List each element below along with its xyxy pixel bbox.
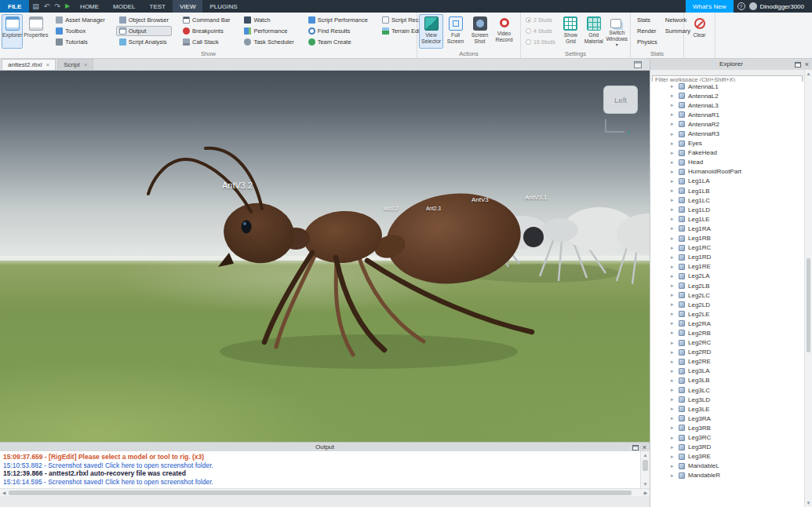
tree-row[interactable]: HumanoidRootPart <box>650 167 804 177</box>
scroll-up-icon[interactable] <box>641 451 650 459</box>
asset-manager-button[interactable]: Asset Manager <box>53 15 107 25</box>
chevron-right-icon[interactable] <box>671 119 675 129</box>
tree-row[interactable]: Head <box>650 158 804 167</box>
chevron-right-icon[interactable] <box>671 110 675 119</box>
avatar[interactable] <box>749 2 757 10</box>
3d-viewport[interactable]: AntV3.2 Ant2.2 Ant2.3 AntV3 AntV3.1 Left… <box>0 71 650 442</box>
stats-toggle-button[interactable]: Stats <box>635 15 660 25</box>
grid-material-button[interactable]: Grid Material <box>582 14 605 49</box>
tree-row[interactable]: AntennaL2 <box>650 91 804 100</box>
tree-row[interactable]: Leg3LB <box>650 376 804 385</box>
tree-row[interactable]: Leg3RA <box>650 414 804 423</box>
tree-row[interactable]: Leg2RD <box>650 348 804 357</box>
tree-row[interactable]: AntennaL3 <box>650 100 804 110</box>
menu-tab[interactable]: VIEW <box>173 0 202 13</box>
full-screen-button[interactable]: Full Screen <box>443 14 468 49</box>
chevron-right-icon[interactable] <box>671 404 675 414</box>
document-tab[interactable]: anttest2.rbxl <box>2 59 56 70</box>
task-scheduler-button[interactable]: Task Scheduler <box>241 37 297 47</box>
brown-ant-antv32[interactable] <box>148 148 532 355</box>
chevron-right-icon[interactable] <box>671 214 675 224</box>
undo-icon[interactable]: ↶ <box>44 0 50 13</box>
help-icon[interactable]: ? <box>737 2 745 10</box>
script-performance-button[interactable]: Script Performance <box>305 15 371 25</box>
dock-icon[interactable] <box>632 445 639 450</box>
chevron-right-icon[interactable] <box>671 461 675 471</box>
output-vertical-scrollbar[interactable] <box>640 451 650 488</box>
save-icon[interactable]: ▤ <box>32 0 39 13</box>
tree-row[interactable]: MandableR <box>650 471 804 480</box>
tree-row[interactable]: Leg2LB <box>650 281 804 290</box>
chevron-right-icon[interactable] <box>671 300 675 309</box>
chevron-right-icon[interactable] <box>671 471 675 480</box>
tree-row[interactable]: AntennaR3 <box>650 129 804 138</box>
chevron-right-icon[interactable] <box>671 177 675 186</box>
whats-new-button[interactable]: What's New <box>686 0 733 13</box>
chevron-right-icon[interactable] <box>671 443 675 452</box>
chevron-right-icon[interactable] <box>671 272 675 281</box>
tree-row[interactable]: Leg2RE <box>650 357 804 367</box>
chevron-right-icon[interactable] <box>671 395 675 404</box>
tree-row[interactable]: Leg2LE <box>650 309 804 319</box>
chevron-right-icon[interactable] <box>671 205 675 214</box>
tree-row[interactable]: Leg1LB <box>650 186 804 195</box>
chevron-right-icon[interactable] <box>671 224 675 233</box>
chevron-right-icon[interactable] <box>671 158 675 167</box>
tutorials-button[interactable]: Tutorials <box>53 37 107 47</box>
chevron-right-icon[interactable] <box>671 414 675 423</box>
output-button[interactable]: Output <box>116 26 172 36</box>
chevron-right-icon[interactable] <box>671 167 675 177</box>
chevron-right-icon[interactable] <box>671 357 675 367</box>
tree-row[interactable]: Leg3RD <box>650 443 804 452</box>
tree-row[interactable]: Eyes <box>650 139 804 148</box>
chevron-right-icon[interactable] <box>671 338 675 348</box>
output-message[interactable]: 15:16:14.595 - Screenshot saved! Click h… <box>3 478 640 487</box>
chevron-right-icon[interactable] <box>671 195 675 205</box>
tree-row[interactable]: MandableL <box>650 461 804 471</box>
tree-row[interactable]: Leg1LC <box>650 195 804 205</box>
username[interactable]: Dinodigger3000 <box>760 0 812 13</box>
tree-row[interactable]: Leg1RC <box>650 243 804 253</box>
chevron-right-icon[interactable] <box>671 82 675 91</box>
document-tab[interactable]: Script <box>57 59 93 70</box>
menu-tab[interactable]: HOME <box>73 0 106 13</box>
tree-row[interactable]: Leg2LA <box>650 272 804 281</box>
tree-row[interactable]: Leg2LC <box>650 290 804 300</box>
properties-button[interactable]: Properties <box>23 14 49 49</box>
scrollbar-thumb[interactable] <box>807 258 810 352</box>
tree-row[interactable]: Leg3LC <box>650 385 804 395</box>
menu-tab[interactable]: PLUGINS <box>202 0 244 13</box>
scroll-down-icon[interactable] <box>641 480 650 488</box>
tree-row[interactable]: AntennaR1 <box>650 110 804 119</box>
chevron-right-icon[interactable] <box>671 328 675 337</box>
stats-toggle-button[interactable]: Physics <box>635 37 660 47</box>
tree-row[interactable]: Leg3RC <box>650 432 804 442</box>
dock-icon[interactable] <box>795 62 801 67</box>
watch-button[interactable]: Watch <box>241 15 297 25</box>
scroll-down-icon[interactable] <box>805 499 812 507</box>
scrollbar-thumb[interactable] <box>9 491 632 495</box>
call-stack-button[interactable]: Call Stack <box>180 37 233 47</box>
scrollbar-thumb[interactable] <box>643 460 648 471</box>
chevron-right-icon[interactable] <box>671 376 675 385</box>
clear-output-button[interactable]: Clear <box>687 14 712 49</box>
tree-row[interactable]: Leg1LD <box>650 205 804 214</box>
object-browser-button[interactable]: Object Browser <box>116 15 172 25</box>
tree-row[interactable]: Leg1RD <box>650 253 804 262</box>
switch-windows-button[interactable]: Switch Windows ▾ <box>605 14 628 49</box>
chevron-right-icon[interactable] <box>671 243 675 253</box>
tree-row[interactable]: Leg3LD <box>650 395 804 404</box>
view-selector-button[interactable]: View Selector <box>419 14 443 49</box>
chevron-right-icon[interactable] <box>671 148 675 158</box>
find-results-button[interactable]: Find Results <box>305 26 371 36</box>
breakpoints-button[interactable]: Breakpoints <box>180 26 233 36</box>
chevron-right-icon[interactable] <box>671 91 675 100</box>
close-icon[interactable] <box>805 61 809 67</box>
tree-row[interactable]: Leg2RC <box>650 338 804 348</box>
tree-row[interactable]: FakeHead <box>650 148 804 158</box>
output-message[interactable]: 15:10:53.882 - Screenshot saved! Click h… <box>3 461 640 470</box>
chevron-right-icon[interactable] <box>671 367 675 376</box>
performance-button[interactable]: Performance <box>241 26 297 36</box>
tree-row[interactable]: Leg3RE <box>650 452 804 461</box>
chevron-right-icon[interactable] <box>671 234 675 243</box>
